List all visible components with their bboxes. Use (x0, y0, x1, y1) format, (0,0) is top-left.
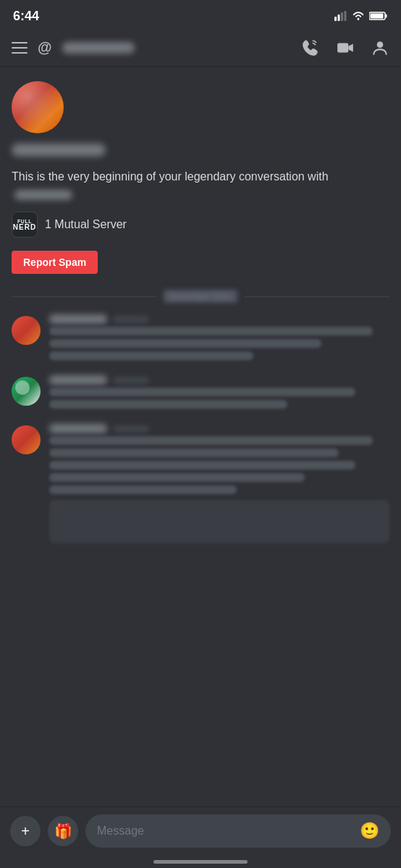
avatar (12, 316, 41, 345)
report-spam-button[interactable]: Report Spam (12, 251, 98, 274)
message-username-blurred (49, 424, 107, 433)
top-nav-bar: @ (0, 29, 401, 67)
conversation-username (62, 42, 135, 54)
message-username-blurred (49, 314, 107, 324)
svg-rect-2 (341, 12, 343, 21)
svg-point-4 (358, 18, 360, 20)
message-username-blurred (49, 375, 107, 385)
date-divider: November 2022 (12, 290, 389, 303)
table-row (12, 424, 389, 543)
svg-point-9 (377, 41, 384, 48)
gift-button[interactable]: 🎁 (48, 816, 78, 846)
date-divider-text: November 2022 (164, 290, 237, 303)
message-list (12, 314, 389, 555)
home-indicator (153, 860, 248, 864)
message-line (49, 327, 373, 335)
message-line (49, 461, 355, 470)
message-line (49, 485, 237, 494)
recipient-name-blurred (14, 190, 72, 200)
svg-rect-7 (371, 14, 384, 19)
video-call-icon[interactable] (336, 38, 355, 57)
server-icon-nerd-text: NERD (13, 224, 36, 231)
mutual-server-icon: FULL NERD (12, 212, 38, 238)
avatar (12, 377, 41, 406)
add-button[interactable]: + (10, 816, 41, 846)
message-line (49, 473, 305, 482)
mutual-server-row: FULL NERD 1 Mutual Server (12, 212, 389, 238)
message-line (49, 436, 373, 445)
plus-icon: + (21, 823, 30, 840)
message-timestamp-blurred (113, 377, 149, 384)
message-meta (49, 314, 389, 324)
svg-rect-6 (386, 14, 387, 18)
profile-avatar (12, 81, 64, 133)
message-meta (49, 375, 389, 385)
at-icon: @ (38, 39, 52, 56)
battery-icon (369, 11, 388, 21)
message-meta (49, 424, 389, 433)
svg-rect-8 (337, 43, 348, 52)
message-placeholder[interactable]: Message (97, 825, 354, 838)
message-line (49, 351, 253, 360)
message-line (49, 388, 355, 396)
table-row (12, 375, 389, 412)
message-body (49, 314, 389, 364)
emoji-button[interactable]: 🙂 (360, 822, 379, 840)
message-input-area[interactable]: Message 🙂 (85, 814, 391, 848)
message-body (49, 375, 389, 412)
nav-left: @ (12, 39, 135, 56)
message-timestamp-blurred (113, 425, 149, 433)
divider-line-left (12, 296, 156, 297)
message-line (49, 400, 287, 409)
message-timestamp-blurred (113, 316, 149, 323)
wifi-icon (352, 11, 365, 21)
message-body (49, 424, 389, 543)
message-line (49, 448, 339, 457)
nav-right (301, 38, 389, 57)
divider-line-right (245, 296, 389, 297)
svg-rect-3 (345, 11, 347, 21)
status-time: 6:44 (13, 9, 39, 24)
avatar (12, 425, 41, 454)
profile-icon[interactable] (371, 38, 389, 57)
hamburger-menu-button[interactable] (12, 42, 28, 54)
gift-icon: 🎁 (54, 822, 72, 840)
table-row (12, 314, 389, 364)
bottom-bar: + 🎁 Message 🙂 (0, 806, 401, 868)
voice-call-icon[interactable] (301, 38, 320, 57)
mutual-server-label: 1 Mutual Server (45, 218, 127, 231)
svg-rect-1 (338, 14, 340, 21)
profile-username-blurred (12, 143, 106, 157)
message-image-blurred (49, 500, 389, 543)
message-line (49, 339, 321, 348)
signal-icon (334, 11, 347, 21)
status-bar: 6:44 (0, 0, 401, 29)
chat-content: This is the very beginning of your legen… (0, 67, 401, 620)
status-icons (334, 11, 388, 21)
intro-text: This is the very beginning of your legen… (12, 168, 389, 203)
svg-rect-0 (334, 17, 337, 21)
